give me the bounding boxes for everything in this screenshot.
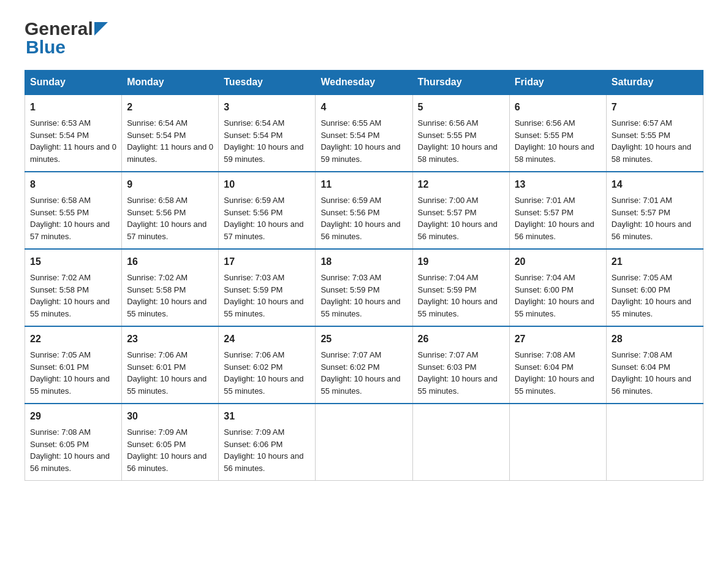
day-number: 28: [612, 332, 698, 347]
calendar-day-cell: 6Sunrise: 6:56 AMSunset: 5:55 PMDaylight…: [509, 94, 606, 172]
calendar-day-cell: 22Sunrise: 7:05 AMSunset: 6:01 PMDayligh…: [25, 326, 122, 404]
day-number: 24: [224, 332, 310, 347]
logo-blue: Blue: [25, 37, 66, 58]
day-number: 11: [320, 177, 407, 192]
col-header-thursday: Thursday: [412, 71, 509, 95]
day-number: 31: [224, 409, 310, 424]
calendar-day-cell: 13Sunrise: 7:01 AMSunset: 5:57 PMDayligh…: [509, 172, 606, 249]
calendar-day-cell: 25Sunrise: 7:07 AMSunset: 6:02 PMDayligh…: [316, 326, 412, 404]
col-header-friday: Friday: [509, 71, 606, 95]
calendar-header-row: SundayMondayTuesdayWednesdayThursdayFrid…: [25, 71, 703, 95]
calendar-week-row: 29Sunrise: 7:08 AMSunset: 6:05 PMDayligh…: [25, 404, 703, 481]
col-header-wednesday: Wednesday: [316, 71, 412, 95]
calendar-table: SundayMondayTuesdayWednesdayThursdayFrid…: [25, 70, 703, 481]
calendar-day-cell: 23Sunrise: 7:06 AMSunset: 6:01 PMDayligh…: [122, 326, 219, 404]
day-number: 2: [127, 100, 213, 115]
day-number: 16: [127, 255, 213, 269]
day-number: 4: [320, 100, 407, 115]
day-number: 26: [418, 332, 504, 347]
day-number: 7: [612, 100, 698, 115]
day-number: 13: [515, 177, 601, 192]
calendar-day-cell: 3Sunrise: 6:54 AMSunset: 5:54 PMDaylight…: [219, 94, 316, 172]
day-number: 18: [320, 255, 407, 269]
calendar-day-cell: 1Sunrise: 6:53 AMSunset: 5:54 PMDaylight…: [25, 94, 122, 172]
calendar-day-cell: 10Sunrise: 6:59 AMSunset: 5:56 PMDayligh…: [219, 172, 316, 249]
calendar-day-cell: 29Sunrise: 7:08 AMSunset: 6:05 PMDayligh…: [25, 404, 122, 481]
calendar-day-cell: 17Sunrise: 7:03 AMSunset: 5:59 PMDayligh…: [219, 249, 316, 326]
calendar-day-cell: 16Sunrise: 7:02 AMSunset: 5:58 PMDayligh…: [122, 249, 219, 326]
calendar-day-cell: 31Sunrise: 7:09 AMSunset: 6:06 PMDayligh…: [219, 404, 316, 481]
calendar-day-cell: 19Sunrise: 7:04 AMSunset: 5:59 PMDayligh…: [412, 249, 509, 326]
calendar-day-cell: 28Sunrise: 7:08 AMSunset: 6:04 PMDayligh…: [606, 326, 703, 404]
calendar-day-cell: 26Sunrise: 7:07 AMSunset: 6:03 PMDayligh…: [412, 326, 509, 404]
empty-cell: [606, 404, 703, 481]
calendar-day-cell: 15Sunrise: 7:02 AMSunset: 5:58 PMDayligh…: [25, 249, 122, 326]
calendar-week-row: 15Sunrise: 7:02 AMSunset: 5:58 PMDayligh…: [25, 249, 703, 326]
calendar-week-row: 1Sunrise: 6:53 AMSunset: 5:54 PMDaylight…: [25, 94, 703, 172]
day-number: 17: [224, 255, 310, 269]
calendar-day-cell: 24Sunrise: 7:06 AMSunset: 6:02 PMDayligh…: [219, 326, 316, 404]
page-header: General Blue: [25, 18, 703, 58]
day-number: 19: [418, 255, 504, 269]
empty-cell: [316, 404, 412, 481]
calendar-day-cell: 7Sunrise: 6:57 AMSunset: 5:55 PMDaylight…: [606, 94, 703, 172]
col-header-sunday: Sunday: [25, 71, 122, 95]
day-number: 6: [515, 100, 601, 115]
col-header-saturday: Saturday: [606, 71, 703, 95]
calendar-day-cell: 4Sunrise: 6:55 AMSunset: 5:54 PMDaylight…: [316, 94, 412, 172]
col-header-tuesday: Tuesday: [219, 71, 316, 95]
day-number: 25: [320, 332, 407, 347]
logo: General Blue: [25, 18, 108, 58]
empty-cell: [509, 404, 606, 481]
day-number: 15: [30, 255, 116, 269]
day-number: 9: [127, 177, 213, 192]
day-number: 23: [127, 332, 213, 347]
day-number: 29: [30, 409, 116, 424]
day-number: 30: [127, 409, 213, 424]
calendar-day-cell: 30Sunrise: 7:09 AMSunset: 6:05 PMDayligh…: [122, 404, 219, 481]
calendar-day-cell: 18Sunrise: 7:03 AMSunset: 5:59 PMDayligh…: [316, 249, 412, 326]
day-number: 20: [515, 255, 601, 269]
day-number: 14: [612, 177, 698, 192]
day-number: 10: [224, 177, 310, 192]
day-number: 27: [515, 332, 601, 347]
calendar-day-cell: 20Sunrise: 7:04 AMSunset: 6:00 PMDayligh…: [509, 249, 606, 326]
calendar-day-cell: 11Sunrise: 6:59 AMSunset: 5:56 PMDayligh…: [316, 172, 412, 249]
calendar-day-cell: 5Sunrise: 6:56 AMSunset: 5:55 PMDaylight…: [412, 94, 509, 172]
day-number: 22: [30, 332, 116, 347]
day-number: 21: [612, 255, 698, 269]
logo-general: General: [25, 18, 93, 39]
logo-triangle-icon: [94, 22, 108, 36]
calendar-week-row: 22Sunrise: 7:05 AMSunset: 6:01 PMDayligh…: [25, 326, 703, 404]
calendar-day-cell: 14Sunrise: 7:01 AMSunset: 5:57 PMDayligh…: [606, 172, 703, 249]
calendar-day-cell: 27Sunrise: 7:08 AMSunset: 6:04 PMDayligh…: [509, 326, 606, 404]
empty-cell: [412, 404, 509, 481]
col-header-monday: Monday: [122, 71, 219, 95]
day-number: 1: [30, 100, 116, 115]
calendar-day-cell: 21Sunrise: 7:05 AMSunset: 6:00 PMDayligh…: [606, 249, 703, 326]
calendar-day-cell: 12Sunrise: 7:00 AMSunset: 5:57 PMDayligh…: [412, 172, 509, 249]
calendar-day-cell: 8Sunrise: 6:58 AMSunset: 5:55 PMDaylight…: [25, 172, 122, 249]
day-number: 8: [30, 177, 116, 192]
svg-marker-0: [94, 22, 108, 36]
calendar-day-cell: 2Sunrise: 6:54 AMSunset: 5:54 PMDaylight…: [122, 94, 219, 172]
calendar-week-row: 8Sunrise: 6:58 AMSunset: 5:55 PMDaylight…: [25, 172, 703, 249]
calendar-day-cell: 9Sunrise: 6:58 AMSunset: 5:56 PMDaylight…: [122, 172, 219, 249]
day-number: 5: [418, 100, 504, 115]
day-number: 3: [224, 100, 310, 115]
day-number: 12: [418, 177, 504, 192]
